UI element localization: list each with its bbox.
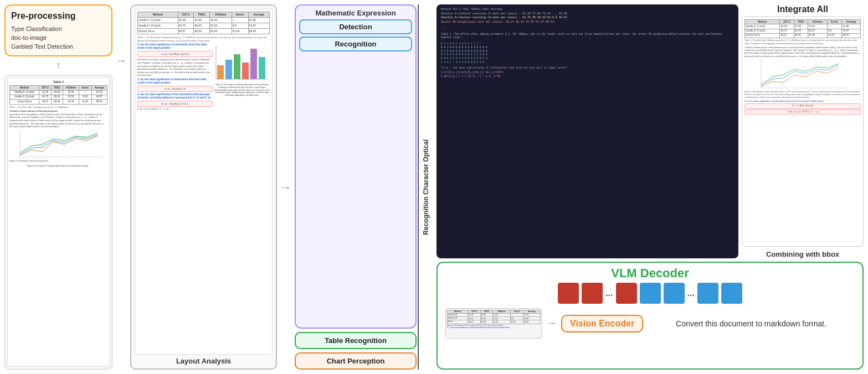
terminal-code-1: S_ij=Σ((i,j)|i∈[0,N],j∈[0,C]) A(i,j)/(N×… — [441, 71, 734, 75]
vertical-label-area: Recognition Character Optical — [418, 4, 433, 370]
svg-rect-4 — [234, 54, 240, 79]
terminal-bbox-5: 1 4 1 7 . 8 4 4 5 8 5 8 7 4 2 . — [441, 61, 734, 65]
preprocess-title: Pre-processing — [11, 11, 106, 21]
math-expression-label: Mathematic Expression — [299, 9, 412, 17]
result-document: Method SST-2 TREC AGNews EmoC Average Va… — [742, 17, 864, 247]
vision-input-docs: Method SST-2 TREC AGNews EmoC Average Va… — [445, 308, 542, 339]
layout-analysis-label: Layout Analysis — [176, 357, 231, 365]
combining-bbox-label: Combining with bbox — [766, 250, 839, 258]
chart-perception-label: Chart Perception — [327, 357, 385, 365]
vision-encoder-label: Vision Encoder — [570, 319, 634, 328]
middle-to-recog-arrow-icon: → — [280, 181, 291, 194]
terminal-sig-label: "S_ij , the mean significance of informa… — [441, 66, 734, 70]
vision-encoder-row: Method SST-2 TREC AGNews EmoC Average Va… — [445, 308, 855, 339]
token-blue-2 — [664, 283, 685, 304]
svg-rect-3 — [225, 60, 232, 79]
detection-label: Detection — [339, 23, 372, 31]
vision-arrow-icon: → — [547, 318, 557, 329]
doc-thumbnail-area: Table 1 MethodSST-2TRECAGNewsEmoCAverage… — [4, 75, 112, 370]
terminal-bbox-2: 0 1 0 0 0 0 0 0 0 0 0 0 0 0 0 0 — [441, 50, 734, 54]
token-blue-4 — [721, 283, 742, 304]
layout-analysis-box: Method SST-2 TREC AGNews EmoC Average Va… — [130, 4, 277, 370]
terminal-bbox-header: B o u n d i n g b o x [ ] : — [441, 42, 734, 46]
right-column: Method SST-2 TREC AGNews EmoC Average Va… — [436, 4, 864, 370]
terminal-separator: --- — [441, 27, 734, 31]
recognition-box: Recognition — [299, 37, 412, 51]
token-dots-1: ... — [605, 288, 613, 298]
preprocess-box: Pre-processing Type Classification doc-t… — [4, 4, 112, 56]
terminal-bbox-3: 4 2 5 4 3 8 0 0 9 8 1 2 3 4 5 6 — [441, 53, 734, 57]
detection-box: Detection — [299, 19, 412, 34]
recognition-boxes: Mathematic Expression Detection Recognit… — [295, 4, 417, 370]
svg-rect-2 — [217, 65, 224, 79]
terminal-line-1: Method SST-2 TREC AGNews EmoC Average — [441, 8, 734, 12]
preprocess-item-2: doc-to-image — [11, 34, 106, 41]
token-blue-1 — [640, 283, 661, 304]
vertical-label: Recognition Character Optical — [422, 139, 430, 235]
table-recognition-box: Table Recognition — [295, 332, 417, 349]
middle-column: Method SST-2 TREC AGNews EmoC Average Va… — [130, 4, 277, 370]
right-top-area: Method SST-2 TREC AGNews EmoC Average Va… — [436, 4, 864, 258]
recognition-column: Mathematic Expression Detection Recognit… — [295, 4, 433, 370]
doc-page-1: Table 1 MethodSST-2TRECAGNewsEmoCAverage… — [7, 77, 110, 367]
terminal-line-4: Anchor Re-weighting(1-shot per class): 9… — [441, 20, 734, 25]
vision-doc-thumb-1: Method SST-2 TREC AGNews EmoC Average Va… — [445, 308, 542, 339]
preprocess-item-1: Type Classification — [11, 25, 106, 32]
token-blue-3 — [697, 283, 718, 304]
token-dots-2: ... — [687, 288, 695, 298]
vlm-decoder-section: VLM Decoder ... ... — [436, 262, 864, 370]
svg-rect-5 — [242, 63, 249, 79]
token-row: ... ... — [445, 283, 855, 304]
integrate-area: Integrate All Method SST-2 TREC AGNews E… — [742, 4, 864, 258]
terminal-code-2: C_aw=(μ_a,j | i ∈ {0,1} ∩ C → μ_a, j<=N) — [441, 75, 734, 79]
terminal-table-note: Table 1: The effect after adding paramet… — [441, 33, 734, 40]
chart-perception-box: Chart Perception — [295, 352, 417, 370]
terminal-line-3: Vanilla In-Context Learning (5-shot per … — [441, 16, 734, 20]
vlm-decoder-label: VLM Decoder — [445, 266, 855, 280]
left-to-middle-arrow-icon: → — [116, 54, 127, 67]
terminal-line-2: Vanilla In-Context Learning (1-shot per … — [441, 12, 734, 17]
integrate-all-label: Integrate All — [777, 4, 828, 14]
doc-content-1: Table 1 MethodSST-2TRECAGNewsEmoCAverage… — [9, 80, 107, 168]
recognition-label: Recognition — [335, 40, 376, 48]
terminal-bbox-4: 6 9 8 4 2 5 4 3 8 1 0 4 5 8 7 3 — [441, 57, 734, 61]
left-column: Pre-processing Type Classification doc-t… — [4, 4, 112, 370]
token-red-3 — [616, 283, 637, 304]
table-recognition-label: Table Recognition — [325, 336, 387, 345]
preprocess-item-3: Garbled Text Detection — [11, 43, 106, 50]
terminal-bbox-1: 0 0 1 0 0 0 0 0 0 0 0 0 0 0 0 0 — [441, 46, 734, 50]
layout-doc-preview: Method SST-2 TREC AGNews EmoC Average Va… — [135, 9, 273, 355]
main-layout: Pre-processing Type Classification doc-t… — [0, 0, 868, 374]
svg-rect-6 — [250, 49, 257, 79]
vision-encoder-box: Vision Encoder — [561, 315, 643, 333]
terminal-box: Method SST-2 TREC AGNews EmoC Average Va… — [436, 4, 738, 258]
convert-text-label: Convert this document to markdown format… — [648, 319, 855, 328]
svg-rect-7 — [259, 57, 265, 79]
token-red-2 — [582, 283, 603, 304]
token-red-1 — [558, 283, 579, 304]
math-expression-box: Mathematic Expression Detection Recognit… — [295, 4, 417, 329]
up-arrow-icon: ↑ — [4, 60, 112, 71]
